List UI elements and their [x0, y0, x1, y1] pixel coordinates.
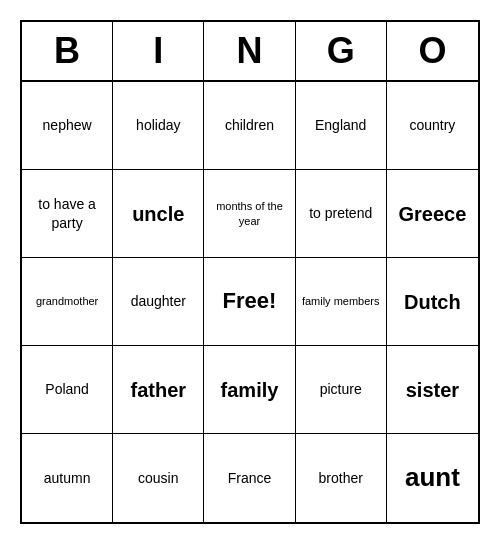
bingo-cell: family: [204, 346, 295, 434]
bingo-header-letter: B: [22, 22, 113, 80]
bingo-cell: cousin: [113, 434, 204, 522]
bingo-cell: nephew: [22, 82, 113, 170]
bingo-header: BINGO: [22, 22, 478, 82]
bingo-cell: family members: [296, 258, 387, 346]
bingo-cell: autumn: [22, 434, 113, 522]
bingo-cell: father: [113, 346, 204, 434]
bingo-cell: grandmother: [22, 258, 113, 346]
bingo-header-letter: G: [296, 22, 387, 80]
bingo-cell: picture: [296, 346, 387, 434]
bingo-header-letter: O: [387, 22, 478, 80]
bingo-cell: Dutch: [387, 258, 478, 346]
bingo-cell: Free!: [204, 258, 295, 346]
bingo-header-letter: N: [204, 22, 295, 80]
bingo-cell: Greece: [387, 170, 478, 258]
bingo-grid: nephewholidaychildrenEnglandcountryto ha…: [22, 82, 478, 522]
bingo-cell: brother: [296, 434, 387, 522]
bingo-cell: holiday: [113, 82, 204, 170]
bingo-cell: France: [204, 434, 295, 522]
bingo-cell: to pretend: [296, 170, 387, 258]
bingo-cell: children: [204, 82, 295, 170]
bingo-cell: to have a party: [22, 170, 113, 258]
bingo-cell: Poland: [22, 346, 113, 434]
bingo-cell: daughter: [113, 258, 204, 346]
bingo-header-letter: I: [113, 22, 204, 80]
bingo-cell: sister: [387, 346, 478, 434]
bingo-cell: months of the year: [204, 170, 295, 258]
bingo-cell: England: [296, 82, 387, 170]
bingo-cell: aunt: [387, 434, 478, 522]
bingo-cell: country: [387, 82, 478, 170]
bingo-card: BINGO nephewholidaychildrenEnglandcountr…: [20, 20, 480, 524]
bingo-cell: uncle: [113, 170, 204, 258]
